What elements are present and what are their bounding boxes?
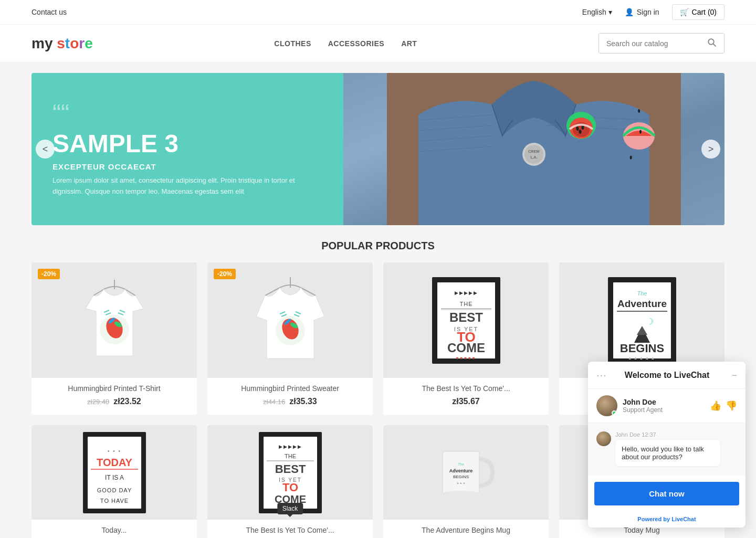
popular-products-title: POPULAR PRODUCTS <box>0 240 756 252</box>
product-price-1: zł29.40 zł23.52 <box>40 397 188 406</box>
product-price-3: zł35.67 <box>392 397 540 406</box>
chevron-right-icon: > <box>708 144 714 155</box>
hero-prev-button[interactable]: < <box>36 140 55 159</box>
agent-avatar <box>596 395 617 416</box>
livechat-options-button[interactable]: ··· <box>596 369 607 381</box>
nav-accessories[interactable]: ACCESSORIES <box>328 39 384 48</box>
svg-text:▶▶▶▶▶: ▶▶▶▶▶ <box>278 444 302 449</box>
contact-us-link[interactable]: Contact us <box>32 8 67 16</box>
product-image-6: ▶▶▶▶▶ THE BEST IS YET TO COME ♥♥♥♥♥ Slac… <box>207 425 373 520</box>
product-name-1: Hummingbird Printed T-Shirt <box>40 384 188 393</box>
product-info-5: Today... zł35.67 <box>32 520 197 538</box>
livechat-title: Welcome to LiveChat <box>625 371 710 380</box>
mug-adventure-svg: The Adventure BEGINS ▲▲▲ <box>435 444 498 501</box>
logo[interactable]: my store <box>32 35 93 52</box>
hero-banner: < ““ SAMPLE 3 EXCEPTEUR OCCAECAT Lorem i… <box>32 73 724 225</box>
thumbs-up-icon[interactable]: 👍 <box>710 400 721 412</box>
svg-text:CREW: CREW <box>528 150 540 153</box>
frame-best-svg: ▶▶▶▶▶ THE BEST IS YET TO COME ♥♥♥♥♥ <box>429 275 503 366</box>
search-button[interactable] <box>707 38 717 49</box>
svg-text:The: The <box>457 462 464 466</box>
svg-text:TODAY: TODAY <box>97 457 132 468</box>
svg-text:• • •: • • • <box>107 448 121 454</box>
sign-in-link[interactable]: 👤 Sign in <box>625 8 659 16</box>
message-avatar <box>596 431 611 446</box>
product-card-2[interactable]: -20% Hummingbird Printed S <box>207 262 373 415</box>
svg-text:▶▶▶▶▶: ▶▶▶▶▶ <box>454 290 478 296</box>
svg-text:BEGINS: BEGINS <box>453 474 468 479</box>
product-info-2: Hummingbird Printed Sweater zł44.16 zł35… <box>207 378 373 415</box>
product-card-1[interactable]: -20% Hummingbird <box>32 262 197 415</box>
main-nav: CLOTHES ACCESSORIES ART <box>274 39 417 48</box>
hero-denim-svg: CREW L.A. <box>343 73 724 225</box>
svg-text:▲▲▲: ▲▲▲ <box>456 481 466 484</box>
logo-text: my store <box>32 35 93 52</box>
product-image-3: ▶▶▶▶▶ THE BEST IS YET TO COME ♥♥♥♥♥ <box>383 262 549 378</box>
cart-button[interactable]: 🛒 Cart (0) <box>672 4 724 20</box>
svg-text:The: The <box>637 290 647 297</box>
price-current-2: zł35.33 <box>289 397 317 406</box>
chevron-down-icon: ▾ <box>608 8 612 16</box>
svg-text:Adventure: Adventure <box>449 468 472 473</box>
product-card-7[interactable]: The Adventure BEGINS ▲▲▲ The Adventure B… <box>383 425 549 538</box>
agent-info: John Doe Support Agent <box>596 395 663 416</box>
svg-text:BEST: BEST <box>275 462 306 476</box>
agent-name: John Doe <box>623 398 663 406</box>
language-label: English <box>582 8 606 16</box>
product-name-7: The Adventure Begins Mug <box>392 526 540 534</box>
product-card-6[interactable]: ▶▶▶▶▶ THE BEST IS YET TO COME ♥♥♥♥♥ Slac… <box>207 425 373 538</box>
svg-text:BEST: BEST <box>449 310 482 324</box>
hero-left-panel: ““ SAMPLE 3 EXCEPTEUR OCCAECAT Lorem ips… <box>32 73 343 225</box>
product-image-4: The Adventure ☽ ▲ BEGINS ▲▲▲▲▲ <box>559 262 724 378</box>
livechat-footer: Powered by LiveChat <box>588 512 746 528</box>
top-bar: Contact us English ▾ 👤 Sign in 🛒 Cart (0… <box>0 0 756 25</box>
livechat-widget: ··· Welcome to LiveChat − John Doe Suppo… <box>588 362 746 528</box>
svg-line-1 <box>713 44 716 47</box>
cart-label: Cart (0) <box>692 8 717 16</box>
chat-now-button[interactable]: Chat now <box>594 482 739 505</box>
price-original-2: zł44.16 <box>263 398 285 406</box>
svg-text:GOOD DAY: GOOD DAY <box>97 487 131 493</box>
hero-title: SAMPLE 3 <box>52 130 322 158</box>
language-selector[interactable]: English ▾ <box>582 8 612 16</box>
svg-text:Adventure: Adventure <box>617 298 667 309</box>
thumbs-down-icon[interactable]: 👎 <box>726 400 737 412</box>
livechat-footer-text: Powered by <box>637 516 671 522</box>
svg-text:TO: TO <box>282 481 298 494</box>
product-price-2: zł44.16 zł35.33 <box>216 397 364 406</box>
message-content: John Doe 12:37 Hello, would you like to … <box>615 431 720 466</box>
cart-icon: 🛒 <box>680 8 689 16</box>
livechat-header-icons: ··· <box>596 369 607 381</box>
svg-text:▲▲▲▲▲: ▲▲▲▲▲ <box>627 356 656 361</box>
hero-description: Lorem ipsum dolor sit amet, consectetur … <box>52 175 322 197</box>
slack-tooltip: Slack <box>277 503 303 514</box>
hero-next-button[interactable]: > <box>701 140 720 159</box>
product-image-5: • • • TODAY IT IS A GOOD DAY TO HAVE <box>32 425 197 520</box>
livechat-minimize-button[interactable]: − <box>731 371 737 380</box>
message-sender-time: John Doe 12:37 <box>615 431 720 438</box>
price-current-1: zł23.52 <box>113 397 141 406</box>
agent-details: John Doe Support Agent <box>623 398 663 414</box>
product-name-3: The Best Is Yet To Come'... <box>392 384 540 393</box>
frame-adventure-svg: The Adventure ☽ ▲ BEGINS ▲▲▲▲▲ <box>605 275 679 366</box>
sweater-svg <box>254 277 327 364</box>
svg-text:♥♥♥♥♥: ♥♥♥♥♥ <box>456 356 476 361</box>
site-header: my store CLOTHES ACCESSORIES ART <box>0 25 756 62</box>
person-icon: 👤 <box>625 8 634 16</box>
svg-point-86 <box>443 491 479 496</box>
product-info-1: Hummingbird Printed T-Shirt zł29.40 zł23… <box>32 378 197 415</box>
search-input[interactable] <box>606 39 707 48</box>
product-image-7: The Adventure BEGINS ▲▲▲ <box>383 425 549 520</box>
svg-point-0 <box>708 39 714 45</box>
product-name-5: Today... <box>40 526 188 534</box>
product-info-6: The Best Is Yet To Come'... zł35.67 <box>207 520 373 538</box>
nav-clothes[interactable]: CLOTHES <box>274 39 311 48</box>
svg-text:TO HAVE: TO HAVE <box>100 498 128 504</box>
product-card-5[interactable]: • • • TODAY IT IS A GOOD DAY TO HAVE Tod… <box>32 425 197 538</box>
svg-text:BEGINS: BEGINS <box>620 342 664 355</box>
nav-art[interactable]: ART <box>401 39 417 48</box>
product-card-3[interactable]: ▶▶▶▶▶ THE BEST IS YET TO COME ♥♥♥♥♥ The … <box>383 262 549 415</box>
discount-badge-1: -20% <box>38 269 60 279</box>
svg-point-10 <box>524 145 543 164</box>
svg-text:COME: COME <box>447 341 485 355</box>
